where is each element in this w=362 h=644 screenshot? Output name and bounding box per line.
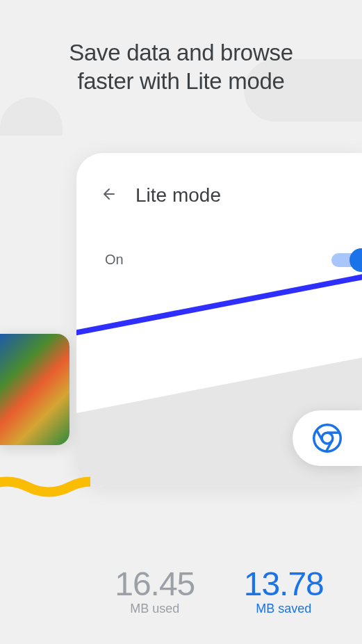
- chrome-icon: [313, 424, 342, 453]
- decorative-art-card: [0, 334, 69, 445]
- toggle-label: On: [105, 252, 124, 268]
- decorative-cloud-left: [0, 97, 63, 136]
- toggle-row: On: [101, 247, 362, 272]
- stat-used: 16.45 MB used: [115, 565, 195, 616]
- lite-mode-toggle[interactable]: [319, 247, 362, 272]
- data-stats: 16.45 MB used 13.78 MB saved: [76, 565, 362, 616]
- page-headline: Save data and browse faster with Lite mo…: [0, 38, 362, 96]
- stat-saved: 13.78 MB saved: [244, 565, 324, 616]
- decorative-yellow-wave: [0, 473, 90, 501]
- card-title: Lite mode: [135, 184, 221, 207]
- chrome-badge[interactable]: [293, 410, 362, 466]
- stat-used-label: MB used: [115, 602, 195, 616]
- headline-line2: faster with Lite mode: [77, 68, 284, 94]
- card-header: Lite mode: [101, 184, 362, 207]
- stat-saved-value: 13.78: [244, 565, 324, 603]
- back-arrow-icon[interactable]: [101, 186, 117, 205]
- headline-line1: Save data and browse: [69, 40, 293, 65]
- stat-used-value: 16.45: [115, 565, 195, 603]
- stat-saved-label: MB saved: [244, 602, 324, 616]
